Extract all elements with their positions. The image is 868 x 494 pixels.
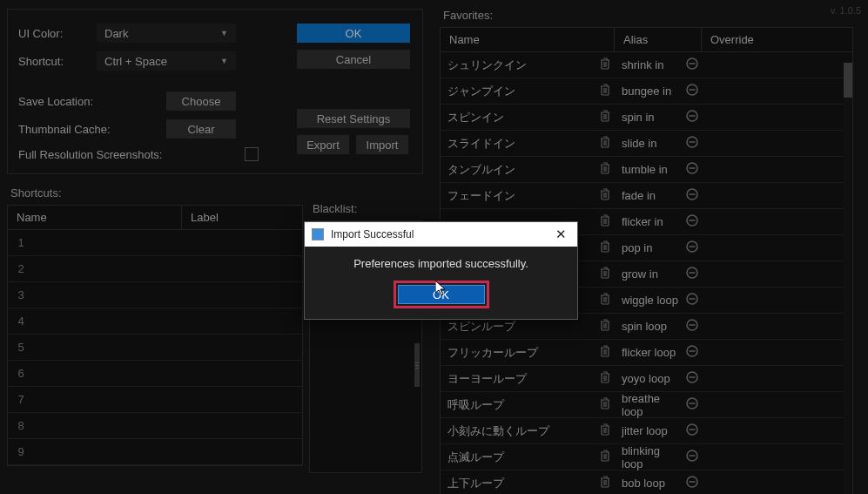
import-success-dialog: Import Successful ✕ Preferences imported… [304, 221, 578, 320]
dialog-titlebar[interactable]: Import Successful ✕ [305, 222, 577, 247]
dialog-ok-button[interactable]: OK [398, 285, 485, 304]
dialog-title-text: Import Successful [331, 228, 414, 240]
dialog-message: Preferences imported successfully. [305, 247, 577, 281]
dialog-ok-highlight: OK [394, 281, 489, 308]
close-icon[interactable]: ✕ [552, 227, 570, 242]
window-icon [312, 228, 324, 240]
